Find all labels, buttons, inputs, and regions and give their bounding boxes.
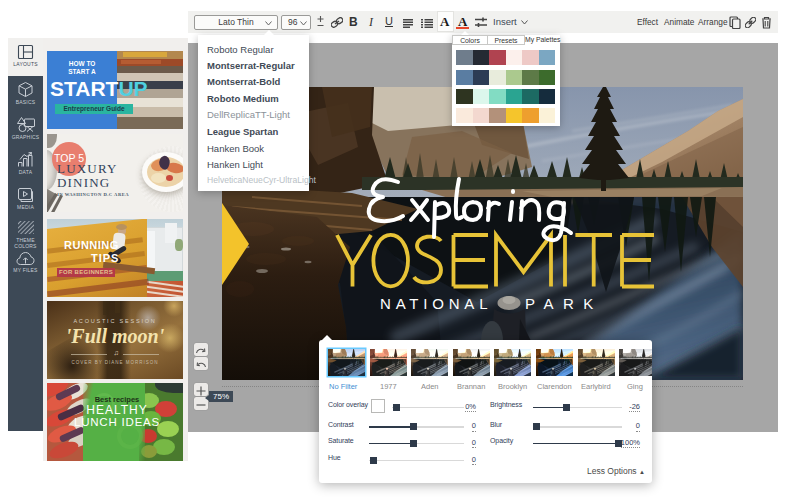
svg-text:NATIONAL: NATIONAL bbox=[380, 295, 492, 312]
svg-text:PARK: PARK bbox=[525, 295, 603, 312]
